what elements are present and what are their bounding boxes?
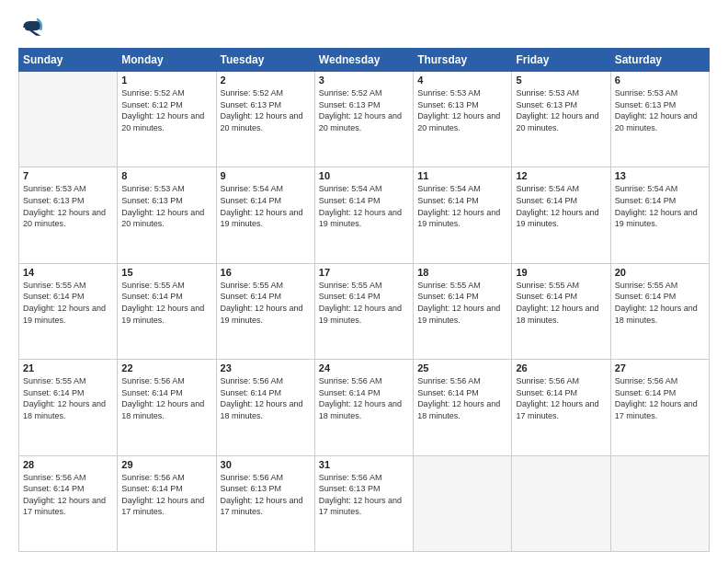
day-number: 23 bbox=[221, 362, 311, 373]
day-info: Sunrise: 5:53 AMSunset: 6:13 PMDaylight:… bbox=[121, 183, 211, 229]
calendar-week-row: 1Sunrise: 5:52 AMSunset: 6:12 PMDaylight… bbox=[19, 72, 710, 167]
day-number: 7 bbox=[23, 170, 113, 181]
calendar-cell: 18Sunrise: 5:55 AMSunset: 6:14 PMDayligh… bbox=[414, 263, 512, 359]
calendar-cell: 1Sunrise: 5:52 AMSunset: 6:12 PMDaylight… bbox=[118, 72, 216, 167]
calendar-cell: 12Sunrise: 5:54 AMSunset: 6:14 PMDayligh… bbox=[512, 167, 610, 263]
day-info: Sunrise: 5:54 AMSunset: 6:14 PMDaylight:… bbox=[516, 183, 606, 229]
day-info: Sunrise: 5:55 AMSunset: 6:14 PMDaylight:… bbox=[615, 280, 705, 326]
calendar-cell: 17Sunrise: 5:55 AMSunset: 6:14 PMDayligh… bbox=[314, 263, 413, 359]
calendar-cell: 22Sunrise: 5:56 AMSunset: 6:14 PMDayligh… bbox=[118, 360, 216, 455]
day-info: Sunrise: 5:56 AMSunset: 6:14 PMDaylight:… bbox=[121, 472, 211, 518]
day-number: 31 bbox=[319, 459, 409, 470]
calendar-cell: 21Sunrise: 5:55 AMSunset: 6:14 PMDayligh… bbox=[19, 360, 118, 455]
calendar-cell: 28Sunrise: 5:56 AMSunset: 6:14 PMDayligh… bbox=[19, 455, 118, 551]
calendar-cell: 26Sunrise: 5:56 AMSunset: 6:14 PMDayligh… bbox=[512, 360, 610, 455]
weekday-header-cell: Monday bbox=[118, 49, 216, 72]
calendar-cell: 27Sunrise: 5:56 AMSunset: 6:14 PMDayligh… bbox=[610, 360, 709, 455]
day-info: Sunrise: 5:54 AMSunset: 6:14 PMDaylight:… bbox=[319, 183, 409, 229]
logo bbox=[18, 15, 48, 40]
calendar-cell: 4Sunrise: 5:53 AMSunset: 6:13 PMDaylight… bbox=[414, 72, 512, 167]
day-info: Sunrise: 5:52 AMSunset: 6:13 PMDaylight:… bbox=[319, 87, 409, 133]
day-number: 21 bbox=[23, 362, 113, 373]
day-info: Sunrise: 5:54 AMSunset: 6:14 PMDaylight:… bbox=[221, 183, 311, 229]
day-number: 25 bbox=[417, 362, 507, 373]
day-info: Sunrise: 5:55 AMSunset: 6:14 PMDaylight:… bbox=[121, 280, 211, 326]
day-info: Sunrise: 5:55 AMSunset: 6:14 PMDaylight:… bbox=[417, 280, 507, 326]
day-info: Sunrise: 5:55 AMSunset: 6:14 PMDaylight:… bbox=[23, 280, 113, 326]
day-info: Sunrise: 5:53 AMSunset: 6:13 PMDaylight:… bbox=[516, 87, 606, 133]
day-info: Sunrise: 5:53 AMSunset: 6:13 PMDaylight:… bbox=[23, 183, 113, 229]
day-number: 20 bbox=[615, 267, 705, 278]
day-info: Sunrise: 5:55 AMSunset: 6:14 PMDaylight:… bbox=[319, 280, 409, 326]
weekday-header-cell: Thursday bbox=[414, 49, 512, 72]
day-number: 9 bbox=[221, 170, 311, 181]
day-number: 27 bbox=[615, 362, 705, 373]
day-number: 16 bbox=[221, 267, 311, 278]
day-number: 12 bbox=[516, 170, 606, 181]
weekday-header-cell: Tuesday bbox=[216, 49, 314, 72]
day-number: 11 bbox=[417, 170, 507, 181]
day-info: Sunrise: 5:56 AMSunset: 6:13 PMDaylight:… bbox=[221, 472, 311, 518]
day-number: 10 bbox=[319, 170, 409, 181]
calendar-cell: 6Sunrise: 5:53 AMSunset: 6:13 PMDaylight… bbox=[610, 72, 709, 167]
calendar-cell bbox=[512, 455, 610, 551]
header bbox=[18, 15, 710, 40]
calendar-cell: 13Sunrise: 5:54 AMSunset: 6:14 PMDayligh… bbox=[610, 167, 709, 263]
logo-icon bbox=[18, 15, 44, 40]
day-number: 4 bbox=[417, 75, 507, 86]
day-number: 18 bbox=[417, 267, 507, 278]
day-number: 13 bbox=[615, 170, 705, 181]
calendar-cell bbox=[610, 455, 709, 551]
calendar-cell: 2Sunrise: 5:52 AMSunset: 6:13 PMDaylight… bbox=[216, 72, 314, 167]
calendar-cell bbox=[414, 455, 512, 551]
day-info: Sunrise: 5:56 AMSunset: 6:14 PMDaylight:… bbox=[417, 375, 507, 421]
calendar-cell: 30Sunrise: 5:56 AMSunset: 6:13 PMDayligh… bbox=[216, 455, 314, 551]
calendar-cell: 19Sunrise: 5:55 AMSunset: 6:14 PMDayligh… bbox=[512, 263, 610, 359]
day-info: Sunrise: 5:53 AMSunset: 6:13 PMDaylight:… bbox=[417, 87, 507, 133]
calendar-cell: 9Sunrise: 5:54 AMSunset: 6:14 PMDaylight… bbox=[216, 167, 314, 263]
day-info: Sunrise: 5:56 AMSunset: 6:14 PMDaylight:… bbox=[221, 375, 311, 421]
day-info: Sunrise: 5:52 AMSunset: 6:13 PMDaylight:… bbox=[221, 87, 311, 133]
day-number: 28 bbox=[23, 459, 113, 470]
weekday-header-row: SundayMondayTuesdayWednesdayThursdayFrid… bbox=[19, 49, 710, 72]
day-info: Sunrise: 5:55 AMSunset: 6:14 PMDaylight:… bbox=[23, 375, 113, 421]
calendar-cell: 3Sunrise: 5:52 AMSunset: 6:13 PMDaylight… bbox=[314, 72, 413, 167]
calendar-cell: 15Sunrise: 5:55 AMSunset: 6:14 PMDayligh… bbox=[118, 263, 216, 359]
page: SundayMondayTuesdayWednesdayThursdayFrid… bbox=[0, 0, 728, 563]
calendar-body: 1Sunrise: 5:52 AMSunset: 6:12 PMDaylight… bbox=[19, 72, 710, 552]
calendar-cell: 5Sunrise: 5:53 AMSunset: 6:13 PMDaylight… bbox=[512, 72, 610, 167]
day-info: Sunrise: 5:53 AMSunset: 6:13 PMDaylight:… bbox=[615, 87, 705, 133]
calendar-table: SundayMondayTuesdayWednesdayThursdayFrid… bbox=[18, 48, 710, 552]
calendar-cell: 29Sunrise: 5:56 AMSunset: 6:14 PMDayligh… bbox=[118, 455, 216, 551]
calendar-cell: 8Sunrise: 5:53 AMSunset: 6:13 PMDaylight… bbox=[118, 167, 216, 263]
calendar-cell: 16Sunrise: 5:55 AMSunset: 6:14 PMDayligh… bbox=[216, 263, 314, 359]
day-number: 8 bbox=[121, 170, 211, 181]
day-number: 26 bbox=[516, 362, 606, 373]
calendar-cell: 24Sunrise: 5:56 AMSunset: 6:14 PMDayligh… bbox=[314, 360, 413, 455]
weekday-header-cell: Friday bbox=[512, 49, 610, 72]
calendar-cell: 10Sunrise: 5:54 AMSunset: 6:14 PMDayligh… bbox=[314, 167, 413, 263]
day-info: Sunrise: 5:56 AMSunset: 6:14 PMDaylight:… bbox=[121, 375, 211, 421]
calendar-cell: 31Sunrise: 5:56 AMSunset: 6:13 PMDayligh… bbox=[314, 455, 413, 551]
calendar-week-row: 28Sunrise: 5:56 AMSunset: 6:14 PMDayligh… bbox=[19, 455, 710, 551]
day-info: Sunrise: 5:56 AMSunset: 6:14 PMDaylight:… bbox=[23, 472, 113, 518]
day-number: 6 bbox=[615, 75, 705, 86]
calendar-week-row: 14Sunrise: 5:55 AMSunset: 6:14 PMDayligh… bbox=[19, 263, 710, 359]
day-number: 29 bbox=[121, 459, 211, 470]
calendar-cell: 14Sunrise: 5:55 AMSunset: 6:14 PMDayligh… bbox=[19, 263, 118, 359]
day-info: Sunrise: 5:56 AMSunset: 6:14 PMDaylight:… bbox=[319, 375, 409, 421]
day-number: 14 bbox=[23, 267, 113, 278]
calendar-week-row: 7Sunrise: 5:53 AMSunset: 6:13 PMDaylight… bbox=[19, 167, 710, 263]
calendar-cell: 7Sunrise: 5:53 AMSunset: 6:13 PMDaylight… bbox=[19, 167, 118, 263]
day-number: 3 bbox=[319, 75, 409, 86]
day-info: Sunrise: 5:54 AMSunset: 6:14 PMDaylight:… bbox=[417, 183, 507, 229]
day-number: 2 bbox=[221, 75, 311, 86]
calendar-week-row: 21Sunrise: 5:55 AMSunset: 6:14 PMDayligh… bbox=[19, 360, 710, 455]
day-number: 19 bbox=[516, 267, 606, 278]
day-number: 22 bbox=[121, 362, 211, 373]
calendar-cell: 25Sunrise: 5:56 AMSunset: 6:14 PMDayligh… bbox=[414, 360, 512, 455]
day-info: Sunrise: 5:56 AMSunset: 6:14 PMDaylight:… bbox=[516, 375, 606, 421]
day-info: Sunrise: 5:56 AMSunset: 6:13 PMDaylight:… bbox=[319, 472, 409, 518]
calendar-cell: 11Sunrise: 5:54 AMSunset: 6:14 PMDayligh… bbox=[414, 167, 512, 263]
calendar-cell bbox=[19, 72, 118, 167]
